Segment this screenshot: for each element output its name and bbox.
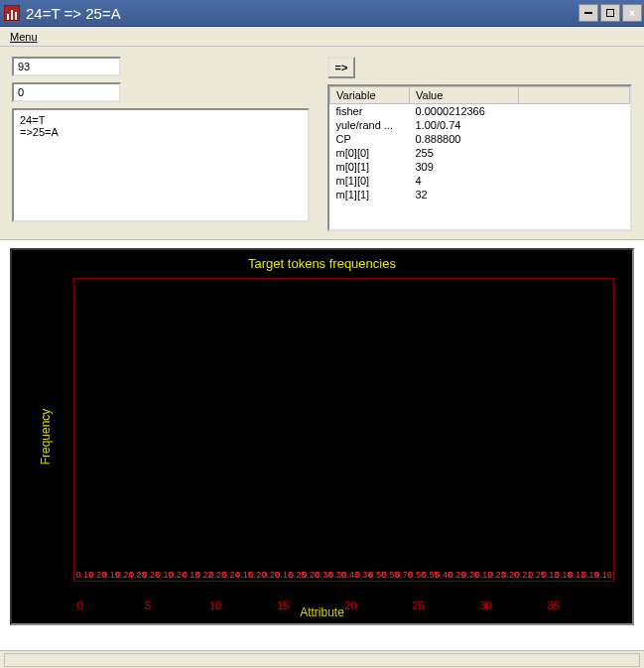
table-row[interactable]: fisher0.0000212366 — [330, 104, 630, 119]
col-header-variable[interactable]: Variable — [330, 87, 410, 104]
top-panel: 24=T =>25=A => Variable Value fisher0.00… — [0, 47, 644, 240]
chart-ylabel: Frequency — [39, 409, 53, 466]
input-field-1[interactable] — [12, 57, 121, 76]
close-button[interactable]: × — [622, 4, 642, 22]
table-row[interactable]: m[1][0]4 — [330, 174, 630, 188]
chart-title: Target tokens frequencies — [12, 250, 632, 271]
col-header-value[interactable]: Value — [410, 87, 519, 104]
table-row[interactable]: yule/rand ...1.00/0.74 — [330, 118, 630, 132]
menu-item-menu[interactable]: Menu — [6, 29, 42, 45]
app-icon — [4, 5, 20, 21]
status-bar — [0, 650, 644, 668]
minimize-button[interactable] — [579, 4, 598, 22]
rule-textbox[interactable]: 24=T =>25=A — [12, 108, 310, 222]
arrow-right-icon: => — [335, 62, 348, 73]
table-row[interactable]: m[0][1]309 — [330, 160, 630, 174]
chart-plot-area: 0.190.200.190.240.280.260.100.240.180.22… — [73, 278, 614, 582]
input-field-2[interactable] — [12, 82, 121, 102]
chart-panel: Target tokens frequencies Frequency 0.19… — [10, 248, 634, 625]
variables-table[interactable]: Variable Value fisher0.0000212366yule/ra… — [327, 84, 632, 231]
menubar: Menu — [0, 27, 644, 47]
window-title: 24=T => 25=A — [26, 5, 579, 22]
table-row[interactable]: CP0.888800 — [330, 132, 630, 146]
maximize-button[interactable] — [600, 4, 620, 22]
table-row[interactable]: m[1][1]32 — [330, 188, 630, 201]
table-row[interactable]: m[0][0]255 — [330, 146, 630, 160]
window-titlebar: 24=T => 25=A × — [0, 0, 644, 27]
compute-button[interactable]: => — [327, 57, 355, 78]
chart-xlabel: Attribute — [300, 605, 344, 619]
col-header-blank[interactable] — [519, 87, 630, 104]
